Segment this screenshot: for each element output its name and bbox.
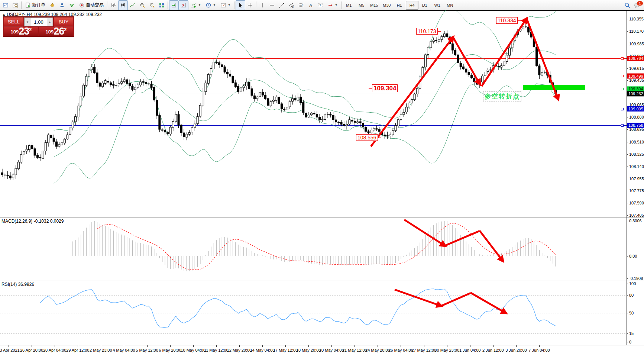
- charts-window-button[interactable]: [1, 0, 10, 10]
- candlestick-series: [1, 20, 557, 180]
- price-annotation-box[interactable]: 108.556: [356, 134, 378, 141]
- signals-icon: [69, 2, 75, 8]
- volume-input[interactable]: 1.00: [30, 18, 47, 26]
- trend-arrows-main[interactable]: [371, 19, 558, 146]
- macd-indicator-label: MACD(12,26,9) -0.1032 0.0029: [1, 219, 64, 224]
- vertical-line-button[interactable]: [258, 0, 267, 10]
- cursor-icon: [237, 2, 243, 8]
- periods-button[interactable]: ▼: [203, 0, 218, 10]
- time-tick-label: 6 May 20:00: [159, 348, 181, 352]
- bar-chart-icon: [110, 2, 116, 8]
- signals-button[interactable]: [67, 0, 77, 10]
- indicators-button[interactable]: ▼: [188, 0, 203, 10]
- cursor-button[interactable]: [236, 0, 245, 10]
- buy-button[interactable]: BUY: [54, 17, 73, 26]
- zoom-out-button[interactable]: [147, 0, 157, 10]
- horizontal-line-button[interactable]: [267, 0, 277, 10]
- chart-window[interactable]: 110.355110.170109.985109.800109.615109.4…: [0, 0, 644, 355]
- timeframe-button-m5[interactable]: M5: [355, 1, 368, 10]
- bollinger-middle-band: [54, 51, 556, 157]
- time-tick-label: 12 May 20:00: [227, 348, 252, 352]
- time-tick-label: 14 May 04:00: [250, 348, 275, 352]
- timeframe-button-h4[interactable]: H4: [406, 1, 418, 10]
- annotation-pointer-line: [369, 88, 372, 89]
- chart-shift-button[interactable]: [179, 0, 188, 10]
- zoom-out-icon: [149, 2, 155, 8]
- time-tick-label: 18 May 20:00: [296, 348, 321, 352]
- fibonacci-button[interactable]: F: [296, 0, 306, 10]
- line-chart-button[interactable]: [128, 0, 137, 10]
- time-scale[interactable]: 23 Apr 202126 Apr 20:0028 Apr 04:0029 Ap…: [0, 345, 550, 352]
- timeframe-button-d1[interactable]: D1: [418, 1, 431, 10]
- price-annotation-box[interactable]: 109.304: [372, 84, 398, 92]
- shapes-arrows-button[interactable]: ▼: [325, 0, 340, 10]
- auto-scroll-icon: [171, 2, 177, 8]
- text-button[interactable]: A: [306, 0, 315, 10]
- community-icon: [59, 2, 65, 8]
- profiles-button[interactable]: [10, 0, 20, 10]
- templates-button[interactable]: ▼: [218, 0, 233, 10]
- dropdown-caret-icon: ▼: [213, 3, 216, 7]
- sell-button[interactable]: SELL: [4, 17, 23, 26]
- equidistant-channel-button[interactable]: E: [287, 0, 296, 10]
- bollinger-upper-band: [54, 8, 556, 130]
- candlestick-chart-icon: [120, 2, 126, 8]
- bar-chart-button[interactable]: [109, 0, 118, 10]
- rsi-tick-label: 15: [629, 331, 634, 336]
- autotrading-label: 自动交易: [86, 2, 104, 8]
- symbol-marker-icon: ▲: [2, 13, 6, 16]
- search-button[interactable]: [622, 0, 632, 10]
- bollinger-lower-band: [54, 84, 556, 184]
- rsi-indicator: [0, 289, 627, 334]
- timeframe-button-m30[interactable]: M30: [381, 1, 393, 10]
- timeframe-button-m1[interactable]: M1: [343, 1, 355, 10]
- main-toolbar: 新订单 自动交易 ▼ ▼: [0, 0, 644, 10]
- trendline-icon: [279, 2, 285, 8]
- zoom-in-button[interactable]: [137, 0, 147, 10]
- timeframe-button-h1[interactable]: H1: [393, 1, 406, 10]
- trend-arrow-segment: [404, 220, 445, 246]
- svg-text:F: F: [302, 4, 303, 6]
- price-annotation-box[interactable]: 110.173: [416, 28, 438, 35]
- dropdown-caret-icon: ▼: [198, 3, 201, 7]
- notifications-button[interactable]: 1: [632, 0, 642, 10]
- annotation-pointer-line: [438, 31, 441, 32]
- search-icon: [624, 2, 630, 8]
- time-tick-label: 4 May 04:00: [113, 348, 135, 352]
- free-text-object[interactable]: 多空转折点: [483, 91, 521, 101]
- candlestick-chart-button[interactable]: [118, 0, 128, 10]
- auto-scroll-button[interactable]: [169, 0, 179, 10]
- price-tag-label: 109.499: [628, 74, 643, 78]
- price-tick-label: 108.510: [629, 140, 644, 144]
- trendline-button[interactable]: [277, 0, 287, 10]
- rsi-tick-label: 80: [629, 293, 634, 297]
- tile-windows-button[interactable]: [157, 0, 166, 10]
- community-button[interactable]: [57, 0, 67, 10]
- new-order-button[interactable]: 新订单: [23, 0, 48, 10]
- trend-arrows-rsi[interactable]: [395, 290, 506, 313]
- crosshair-button[interactable]: [245, 0, 255, 10]
- time-tick-label: 7 Jun 04:00: [528, 348, 550, 352]
- buy-price[interactable]: 109262: [39, 27, 73, 36]
- rsi-tick-label: 50: [629, 311, 634, 315]
- rsi-tick-label: 100: [629, 281, 636, 286]
- periods-clock-icon: [206, 2, 211, 8]
- text-label-button[interactable]: T: [315, 0, 325, 10]
- time-tick-label: 5 May 12:00: [136, 348, 158, 352]
- price-tick-label: 109.615: [629, 66, 644, 71]
- timeframe-button-w1[interactable]: W1: [431, 1, 444, 10]
- horizontal-line-icon: [269, 2, 275, 8]
- timeframe-button-mn[interactable]: MN: [444, 1, 456, 10]
- sell-price[interactable]: 109232: [4, 27, 38, 36]
- buy-price-point: 2: [64, 23, 67, 36]
- price-scale[interactable]: 110.355110.170109.985109.800109.615109.4…: [627, 17, 644, 344]
- autotrading-button[interactable]: 自动交易: [77, 0, 106, 10]
- macd-tick-label: -0.1908: [629, 276, 643, 281]
- price-annotation-box[interactable]: 110.334: [496, 17, 518, 24]
- metaeditor-button[interactable]: [48, 0, 57, 10]
- metaeditor-icon: [49, 2, 55, 8]
- timeframe-button-m15[interactable]: M15: [368, 1, 381, 10]
- trend-arrow-segment: [471, 293, 506, 313]
- volume-increase-button[interactable]: ▲: [47, 18, 53, 26]
- trend-arrows-macd[interactable]: [404, 220, 503, 261]
